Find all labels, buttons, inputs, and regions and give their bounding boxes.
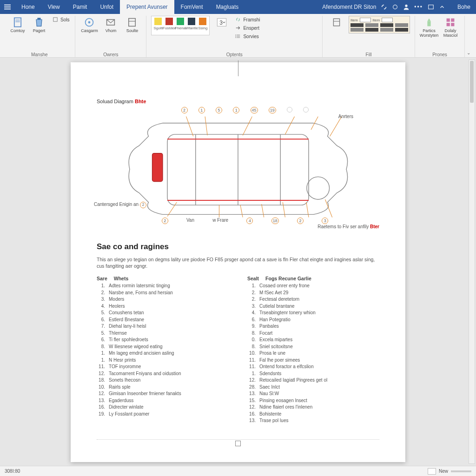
swatch-chip xyxy=(199,18,206,25)
list-item: 13.Egaderduss xyxy=(97,397,229,404)
page-footer-ornament xyxy=(97,439,379,446)
view-mode-button[interactable] xyxy=(428,468,436,475)
ribbon-collapse-button[interactable]: ⌄ xyxy=(465,16,472,57)
list-item: 19.Ly Fosslant poamer xyxy=(97,411,229,418)
color-swatch[interactable]: Fhenal xyxy=(175,18,185,33)
list-item: 3.Moders xyxy=(97,296,229,303)
svg-rect-30 xyxy=(451,23,454,26)
casgarm-btn[interactable]: Casgarm xyxy=(80,16,99,33)
color-swatch[interactable]: Wtantle xyxy=(186,18,197,33)
pagert-btn[interactable]: Pagert xyxy=(30,16,48,33)
list-item: 3.Cutielal brantane xyxy=(247,303,379,310)
list-item: 5.Thlernse xyxy=(97,330,229,337)
color-swatch[interactable]: Fostdee xyxy=(164,18,174,33)
list-item: 12.Ndine flaierl ores l'inlenen xyxy=(247,404,379,411)
svg-point-22 xyxy=(236,36,236,36)
diagram-callout: 2 xyxy=(162,218,168,224)
square-icon xyxy=(52,16,59,23)
button-label: Sols xyxy=(60,17,69,22)
list-item: 10.Prosa le une xyxy=(247,350,379,357)
diagram-callout: 45 xyxy=(251,107,258,113)
list-item: 16.Didrecter winlate xyxy=(97,404,229,411)
list-item: 12.Tacomarrent Fniyans and oidustion xyxy=(97,370,229,377)
swatch-label: Sgolti xyxy=(153,26,163,30)
comtoy-btn[interactable]: Comtoy xyxy=(8,16,27,33)
list-item: 9.Panbales xyxy=(247,323,379,330)
ribbon-small-button[interactable]: Enspert xyxy=(234,24,261,32)
svg-rect-6 xyxy=(14,18,21,26)
cloud-icon[interactable] xyxy=(392,4,398,10)
window-icon[interactable] xyxy=(428,4,434,10)
button-label: Partics Worstyten xyxy=(420,29,438,38)
ribbon-group-4: Partics WorstytenDolaly Masciol Prones xyxy=(415,16,465,57)
ribbon-tab[interactable]: FomVent xyxy=(174,0,210,14)
parts-columns: SareWhets 1.Adtes rormin latersmic tingi… xyxy=(97,276,379,424)
list-item: 5.Conushens tetan xyxy=(97,310,229,317)
button-label: Framshi xyxy=(243,17,260,22)
grid-icon xyxy=(445,17,456,28)
vertical-scrollbar[interactable] xyxy=(469,60,475,464)
ribbon-group-0: ComtoyPagertSols Manshe xyxy=(4,16,75,57)
ribbon-small-button[interactable]: Sorvies xyxy=(234,33,261,40)
list-item: 8.Focart xyxy=(247,330,379,337)
app-menu-button[interactable] xyxy=(0,0,15,14)
section-body: This an slege yo tegian on degms lality … xyxy=(97,256,379,269)
list-item: 1.Mn lageg emdrd ancisien asling xyxy=(97,350,229,357)
soulte-btn[interactable]: Soulte xyxy=(123,16,141,33)
style-gallery-toggle[interactable] xyxy=(327,16,346,28)
swatch-label: Ssing xyxy=(198,26,207,30)
button-label: Pagert xyxy=(33,29,46,33)
account-name[interactable]: Bohe xyxy=(457,4,470,10)
diagram-callout: 18 xyxy=(271,218,279,224)
ribbon-tab[interactable]: Hone xyxy=(15,0,41,14)
svg-point-23 xyxy=(236,37,236,38)
scrollbar-thumb[interactable] xyxy=(470,61,474,103)
svg-line-49 xyxy=(283,202,285,217)
dropdown-icon: 3 xyxy=(216,17,227,28)
swatch-label: Wtantle xyxy=(185,26,198,30)
group-label: Fill xyxy=(323,52,415,57)
svg-line-39 xyxy=(186,117,193,137)
style-gallery[interactable]: ItemItem xyxy=(349,16,410,33)
diagram-callout: 1 xyxy=(198,107,205,113)
svg-rect-36 xyxy=(152,153,163,182)
ribbon-tab[interactable]: Magluats xyxy=(210,0,245,14)
list-item: 18.Sonets lhecosn xyxy=(97,377,229,384)
sync-icon[interactable] xyxy=(381,4,387,10)
chevron-icon[interactable] xyxy=(439,4,445,10)
group-label: Owrers xyxy=(75,52,146,57)
ribbon-tab[interactable]: Prepent Avunser xyxy=(120,0,174,14)
list-item: 8.Sniel scitoxitsne xyxy=(247,344,379,350)
list-item: 2.M fSec Aet 29 xyxy=(247,290,379,297)
list-item: 1.Cosaed onrer enty frone xyxy=(247,283,379,290)
diagram-callout: 3 xyxy=(322,218,328,224)
dolaly-btn[interactable]: Dolaly Masciol xyxy=(441,16,460,38)
link-icon xyxy=(235,16,241,23)
partics-btn[interactable]: Partics Worstyten xyxy=(420,16,438,38)
svg-line-42 xyxy=(285,117,294,135)
user-icon[interactable] xyxy=(403,4,410,10)
ribbon-tab[interactable]: Pamit xyxy=(66,0,94,14)
color-swatch[interactable]: Sgolti xyxy=(153,18,163,33)
swatch-label: Fostdee xyxy=(163,26,176,30)
ribbon-small-button[interactable]: Framshi xyxy=(234,16,261,23)
ribbon-small-button[interactable]: Sols xyxy=(51,16,70,23)
style-dropdown[interactable]: 3 xyxy=(212,16,231,28)
vhom-btn[interactable]: Vhom xyxy=(101,16,120,33)
mail-icon xyxy=(105,17,116,28)
button-label: Casgarm xyxy=(81,29,98,33)
list-item: 10.Rairls sple xyxy=(97,384,229,391)
svg-rect-5 xyxy=(429,5,434,9)
list-item: 11.Ontend foractor a elfcslion xyxy=(247,364,379,370)
more-icon[interactable]: ••• xyxy=(414,4,423,10)
svg-rect-2 xyxy=(4,9,11,10)
diagram-callout-text: w Frare xyxy=(212,218,228,224)
ribbon-group-1: CasgarmVhomSoulte Owrers xyxy=(75,16,146,57)
diagram-callout: 4 xyxy=(246,218,253,224)
svg-point-21 xyxy=(236,35,236,35)
car-diagram: 21514519 Cantersged Enigin an 2 Anrters … xyxy=(97,107,379,222)
ribbon-tab[interactable]: Vlew xyxy=(41,0,66,14)
color-swatch[interactable]: Ssing xyxy=(198,18,208,33)
zoom-slider-placeholder[interactable] xyxy=(451,470,471,472)
ribbon-tab[interactable]: Unfot xyxy=(93,0,120,14)
